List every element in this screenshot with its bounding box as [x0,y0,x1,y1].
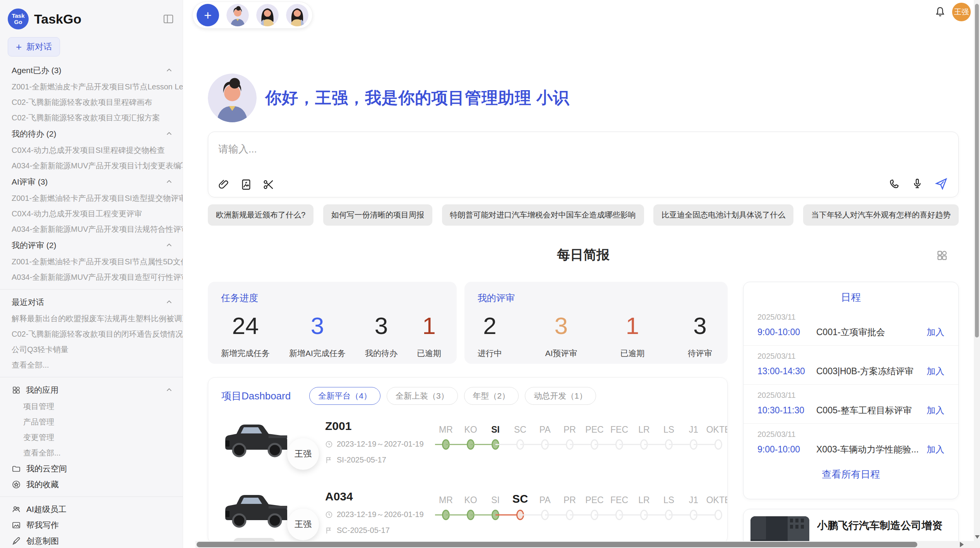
sidebar-item[interactable]: A034-全新新能源MUV产品开发项目法规符合性评审 [0,221,183,237]
suggestion-chip[interactable]: 特朗普可能对进口汽车增税会对中国车企造成哪些影响 [442,204,644,226]
sidebar-item-write-helper[interactable]: 帮我写作 [0,517,183,533]
dashboard-filters: 全新平台（4） 全新上装（3） 年型（2） 动总开发（1） [309,387,596,405]
join-link[interactable]: 加入 [927,326,944,338]
sidebar-item[interactable]: 公司Q3轻卡销量 [0,342,183,357]
divider [0,497,183,497]
vertical-scrollbar-thumb[interactable] [975,4,979,337]
suggestion-chip[interactable]: 欧洲新规最近颁布了什么? [208,204,314,226]
entry-time: 13:00-14:30 [757,366,816,377]
sidebar-item[interactable]: 查看全部... [0,357,183,373]
scissors-icon[interactable] [262,178,275,191]
section-title: 我的应用 [26,385,58,396]
dashboard-filter-chip[interactable]: 动总开发（1） [525,387,596,405]
sidebar-section-agent-done[interactable]: Agent已办 (3) [0,62,183,79]
agent-avatar-3[interactable] [286,4,308,26]
milestone-label: PA [533,425,557,435]
mic-icon[interactable] [911,178,923,190]
layout-grid-icon[interactable] [936,249,948,262]
sidebar-app-item[interactable]: 产品管理 [0,414,183,430]
entry-date: 2025/03/11 [757,430,944,439]
dashboard-filter-chip[interactable]: 年型（2） [464,387,519,405]
agent-avatar-2[interactable] [256,4,279,26]
nav-label: 我的收藏 [26,479,59,490]
vertical-scrollbar[interactable] [974,0,980,548]
join-link[interactable]: 加入 [927,404,944,416]
stat-value: 3 [289,312,346,339]
stat-value: 1 [620,312,645,339]
sidebar-item[interactable]: C02-飞腾新能源轻客改款项目立项汇报方案 [0,110,183,125]
horizontal-scrollbar[interactable] [195,541,980,548]
milestone-label: KO [458,495,483,505]
sidebar-section-my-todo[interactable]: 我的待办 (2) [0,125,183,142]
project-row[interactable]: 王强 Z001 2023-12-19～2027-01-19 SI-2025-05… [221,418,716,475]
entry-time: 9:00-10:00 [757,444,816,455]
milestone-label: SI [483,495,508,505]
user-avatar[interactable]: 王强 [952,3,971,21]
sidebar-item-cloud-space[interactable]: 我的云空间 [0,461,183,476]
chat-input[interactable] [218,140,799,158]
suggestion-chip[interactable]: 当下年轻人对汽车外观有怎样的喜好趋势 [803,204,959,226]
image-upload-icon[interactable] [240,178,252,191]
join-link[interactable]: 加入 [927,365,944,377]
sidebar-section-my-review[interactable]: 我的评审 (2) [0,237,183,254]
schedule-entry: 2025/03/11 10:30-11:30 C005-整车工程目标评审 加入 [744,385,958,424]
sidebar-item[interactable]: Z001-全新燃油轻卡产品开发项目SI造型提交物评审 [0,190,183,206]
sidebar-item[interactable]: A034-全新新能源MUV产品开发项目计划变更表编写 [0,158,183,173]
project-flag: SC-2025-05-17 [337,526,390,535]
scroll-right-arrow-icon[interactable] [960,542,964,547]
sidebar-app-item[interactable]: 项目管理 [0,399,183,414]
sidebar-item[interactable]: C02-飞腾新能源轻客改款项目的闭环通告反馈情况 [0,326,183,342]
sidebar-item-creative-draw[interactable]: 创意制图 [0,533,183,548]
app-logo: Task Go [8,9,29,29]
collapse-sidebar-icon[interactable] [163,13,174,25]
agent-avatar-1[interactable] [226,4,249,26]
task-progress-card: 任务进度 24 新增完成任务 3 新增AI完成任务 3 我的待办 1 已逾期 [208,282,457,364]
suggestion-chip[interactable]: 如何写一份清晰的项目周报 [323,204,432,226]
stat: 1 已逾期 [620,312,645,359]
truck-image [221,488,290,533]
sidebar-item-favorites[interactable]: 我的收藏 [0,476,183,492]
stat: 3 新增AI完成任务 [289,312,346,359]
chevron-up-icon [165,66,173,75]
horizontal-scrollbar-thumb[interactable] [197,542,917,547]
app-title: TaskGo [34,12,81,27]
sidebar-section-ai-review[interactable]: AI评审 (3) [0,173,183,190]
stat-value: 2 [478,312,502,339]
plus-icon: + [16,41,22,53]
sidebar-section-my-apps[interactable]: 我的应用 [0,382,183,399]
phone-icon[interactable] [888,178,900,190]
sidebar-item-ai-staff[interactable]: AI超级员工 [0,501,183,517]
milestone-label: LS [656,495,681,505]
sidebar-app-item[interactable]: 变更管理 [0,430,183,445]
entry-date: 2025/03/11 [757,313,944,322]
sidebar-item[interactable]: A034-全新新能源MUV产品开发项目造型可行性评审 [0,269,183,285]
divider [0,377,183,377]
project-dates: 2023-12-19～2027-01-19 [337,439,424,449]
sidebar-item[interactable]: Z001-全新燃油轻卡产品开发项目SI节点属性5D文件评审 [0,254,183,269]
dashboard-filter-chip[interactable]: 全新平台（4） [309,387,380,405]
view-all-schedule-link[interactable]: 查看所有日程 [744,468,958,481]
sidebar-app-item[interactable]: 查看全部... [0,445,183,461]
dashboard-filter-chip[interactable]: 全新上装（3） [387,387,458,405]
project-dashboard-card: 项目Dashboard 全新平台（4） 全新上装（3） 年型（2） 动总开发（1… [208,377,728,544]
sidebar-item[interactable]: 解释最新出台的欧盟报废车法规再生塑料比例被调至15%... [0,311,183,326]
project-code: Z001 [325,420,433,433]
attach-icon[interactable] [218,178,230,191]
sidebar-item[interactable]: C0X4-动力总成开发项目SI里程碑提交物检查 [0,142,183,158]
flag-icon [325,456,333,464]
send-icon[interactable] [934,177,948,191]
chevron-up-icon [165,298,173,307]
add-agent-button[interactable]: + [197,4,219,26]
sidebar-item[interactable]: Z001-全新燃油皮卡产品开发项目SI节点Lesson Learn报告 [0,79,183,94]
scroll-down-arrow-icon[interactable] [975,535,980,539]
sidebar-section-recent[interactable]: 最近对话 [0,294,183,311]
suggestion-chip[interactable]: 比亚迪全固态电池计划具体说了什么 [653,204,793,226]
sidebar-item[interactable]: C0X4-动力总成开发项目工程变更评审 [0,206,183,221]
star-circle-icon [12,480,21,489]
sidebar-item[interactable]: C02-飞腾新能源轻客改款项目里程碑画布 [0,94,183,110]
new-chat-button[interactable]: + 新对话 [8,37,60,57]
notification-bell-icon[interactable] [934,5,947,19]
join-link[interactable]: 加入 [927,444,944,456]
project-row[interactable]: 王强 A034 2023-12-19～2026-01-19 SC-2025-05… [221,488,716,544]
entry-name: C003|H0B-方案冻结评审 [816,365,927,377]
